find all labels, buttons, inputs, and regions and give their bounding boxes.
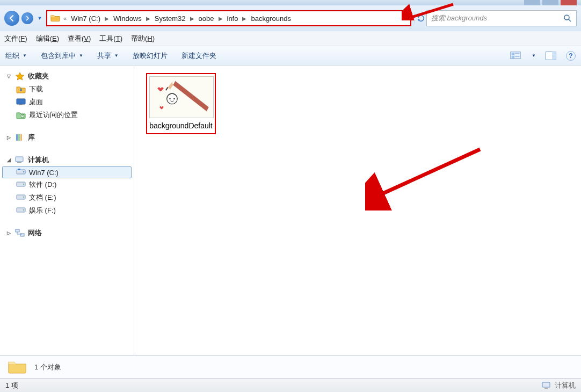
tree-group-libraries: ▷ 库 [2, 131, 132, 144]
drive-icon [16, 193, 26, 202]
address-bar[interactable]: « Win7 (C:) ▶ Windows ▶ System32 ▶ oobe … [46, 10, 411, 26]
breadcrumb-segment[interactable]: oobe [198, 14, 215, 23]
drive-icon [16, 180, 26, 189]
tree-header-network[interactable]: ▷ 网络 [2, 227, 132, 239]
tree-label: 网络 [28, 228, 42, 238]
nav-forward-button[interactable] [21, 12, 33, 24]
menu-file[interactable]: 文件(F) [4, 34, 27, 43]
drive-icon [16, 206, 26, 215]
chevron-right-icon[interactable]: ▶ [143, 16, 154, 21]
menu-tools[interactable]: 工具(T) [99, 34, 122, 43]
chevron-right-icon[interactable]: ▶ [239, 16, 250, 21]
folder-icon [50, 14, 60, 23]
tree-item-recent-places[interactable]: 最近访问的位置 [2, 108, 132, 121]
svg-rect-30 [150, 77, 213, 118]
path-overflow-icon[interactable]: « [63, 15, 67, 21]
drive-icon [16, 168, 26, 177]
preview-pane-button[interactable] [546, 50, 556, 61]
nav-history-dropdown[interactable]: ▼ [37, 13, 43, 24]
toolbar-slideshow[interactable]: 放映幻灯片 [133, 51, 168, 61]
menu-bar: 文件(F) 编辑(E) 查看(V) 工具(T) 帮助(H) [0, 31, 581, 46]
star-icon [15, 72, 25, 81]
navigation-pane: ▽ 收藏夹 下载 桌面 [0, 66, 134, 355]
svg-point-33 [173, 98, 175, 100]
address-dropdown-icon[interactable]: ▼ [402, 16, 407, 21]
libraries-icon [15, 133, 25, 142]
network-icon [15, 229, 25, 237]
toolbar-new-folder[interactable]: 新建文件夹 [181, 51, 216, 61]
chevron-down-icon[interactable]: ▼ [532, 53, 536, 58]
breadcrumb-root[interactable]: Win7 (C:) [70, 14, 101, 23]
recent-icon [16, 111, 26, 119]
chevron-down-icon: ▼ [114, 53, 119, 58]
change-view-button[interactable] [510, 50, 521, 61]
collapse-icon[interactable]: ◢ [5, 157, 12, 163]
tree-label: 收藏夹 [28, 71, 49, 81]
breadcrumb-segment[interactable]: info [226, 14, 239, 23]
help-button[interactable]: ? [566, 51, 576, 61]
svg-rect-18 [17, 162, 21, 163]
breadcrumb-segment[interactable]: Windows [112, 14, 143, 23]
toolbar-include-in-library[interactable]: 包含到库中▼ [41, 51, 83, 61]
breadcrumb-segment[interactable]: backgrounds [250, 14, 292, 23]
svg-rect-8 [515, 56, 519, 57]
tree-group-computer: ◢ 计算机 Win7 (C:) 软件 (D:) 文档 (E:) [2, 154, 132, 217]
svg-rect-15 [18, 134, 20, 141]
explorer-nav-bar: ▼ « Win7 (C:) ▶ Windows ▶ System32 ▶ oob… [0, 5, 581, 31]
annotation-arrow-icon [365, 146, 483, 210]
tree-label: 计算机 [28, 155, 49, 165]
tree-header-computer[interactable]: ◢ 计算机 [2, 154, 132, 166]
tree-label: 最近访问的位置 [29, 110, 78, 120]
explorer-toolbar: 组织▼ 包含到库中▼ 共享▼ 放映幻灯片 新建文件夹 ▼ ? [0, 46, 581, 66]
chevron-down-icon: ▼ [79, 53, 83, 58]
tree-item-desktop[interactable]: 桌面 [2, 96, 132, 108]
tree-label: 库 [28, 133, 35, 142]
svg-line-2 [569, 19, 571, 21]
chevron-right-icon[interactable]: ▶ [101, 16, 112, 21]
chevron-right-icon[interactable]: ▶ [187, 16, 198, 21]
details-pane: 1 个对象 [0, 355, 581, 378]
search-icon[interactable] [563, 14, 572, 23]
tree-label: 桌面 [29, 97, 43, 107]
search-input[interactable]: 搜索 backgrounds [426, 10, 577, 26]
toolbar-organize[interactable]: 组织▼ [5, 51, 27, 61]
computer-icon [542, 382, 551, 389]
expand-icon[interactable]: ▷ [5, 135, 12, 140]
file-list-pane[interactable]: backgroundDefault [134, 66, 581, 355]
tree-header-libraries[interactable]: ▷ 库 [2, 131, 132, 144]
svg-point-20 [23, 171, 24, 172]
tree-item-drive-f[interactable]: 娱乐 (F:) [2, 204, 132, 217]
collapse-icon[interactable]: ▽ [5, 74, 12, 79]
tree-item-drive-c[interactable]: Win7 (C:) [2, 166, 132, 178]
tree-item-drive-e[interactable]: 文档 (E:) [2, 191, 132, 204]
svg-rect-11 [17, 99, 25, 104]
menu-help[interactable]: 帮助(H) [131, 34, 155, 43]
toolbar-share[interactable]: 共享▼ [97, 51, 119, 61]
svg-line-34 [374, 149, 480, 198]
file-item-backgrounddefault[interactable]: backgroundDefault [146, 73, 216, 134]
search-placeholder: 搜索 backgrounds [431, 13, 487, 23]
nav-back-button[interactable] [4, 11, 19, 26]
svg-rect-6 [512, 56, 514, 59]
chevron-right-icon[interactable]: ▶ [215, 16, 226, 21]
menu-view[interactable]: 查看(V) [68, 34, 91, 43]
svg-rect-17 [16, 157, 23, 162]
tree-header-favorites[interactable]: ▽ 收藏夹 [2, 70, 132, 83]
breadcrumb-segment[interactable]: System32 [154, 14, 187, 23]
breadcrumb: Win7 (C:) ▶ Windows ▶ System32 ▶ oobe ▶ … [70, 14, 292, 23]
tree-item-downloads[interactable]: 下载 [2, 83, 132, 96]
tree-item-drive-d[interactable]: 软件 (D:) [2, 178, 132, 191]
file-name-label: backgroundDefault [149, 121, 213, 131]
details-count-label: 1 个对象 [34, 362, 61, 372]
menu-edit[interactable]: 编辑(E) [36, 34, 59, 43]
status-item-count: 1 项 [5, 381, 18, 390]
refresh-button[interactable] [415, 12, 426, 24]
tree-label: 娱乐 (F:) [29, 206, 56, 215]
tree-label: 下载 [29, 84, 43, 94]
svg-rect-35 [542, 382, 550, 387]
expand-icon[interactable]: ▷ [5, 230, 12, 236]
svg-point-1 [564, 15, 569, 20]
svg-rect-16 [20, 134, 22, 141]
tree-label: Win7 (C:) [29, 169, 59, 177]
svg-rect-28 [16, 229, 19, 232]
